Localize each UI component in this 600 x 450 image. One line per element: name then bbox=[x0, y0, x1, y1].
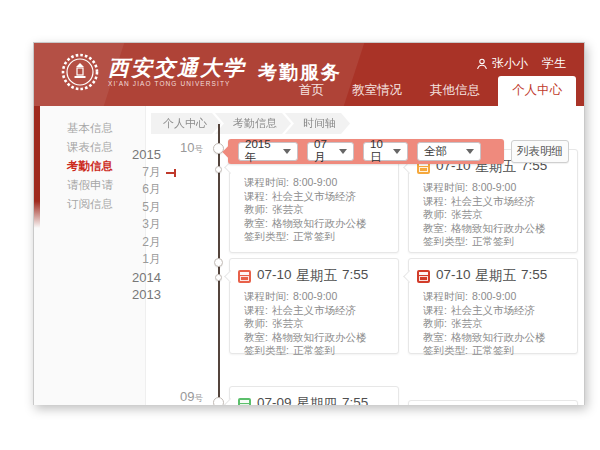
timeline-date-nav: 2015 7月 6月 5月 3月 2月 1月 2014 2013 bbox=[98, 146, 161, 304]
field-label: 课程时间: bbox=[244, 176, 289, 188]
field-value: 社会主义市场经济 bbox=[451, 304, 535, 316]
chevron-down-icon bbox=[466, 149, 474, 154]
card-date: 07-10 bbox=[257, 267, 292, 285]
card-weekday: 星期四 bbox=[297, 395, 338, 405]
card-fields: 课程时间:8:00-9:00 课程:社会主义市场经济 教师:张芸京 教室:格物致… bbox=[409, 179, 577, 249]
field-label: 课程时间: bbox=[244, 290, 289, 302]
field-teacher: 教师:张芸京 bbox=[244, 317, 392, 331]
field-value: 8:00-9:00 bbox=[472, 290, 516, 302]
list-detail-button[interactable]: 列表明细 bbox=[511, 140, 569, 163]
field-course: 课程:社会主义市场经济 bbox=[423, 195, 571, 209]
timeline-month-may[interactable]: 5月 bbox=[98, 199, 161, 217]
field-label: 教室: bbox=[244, 331, 268, 343]
field-label: 签到类型: bbox=[423, 235, 468, 247]
field-value: 社会主义市场经济 bbox=[272, 190, 356, 202]
field-label: 教师: bbox=[244, 203, 268, 215]
card-date: 07-10 bbox=[436, 267, 471, 285]
field-value: 正常签到 bbox=[293, 230, 335, 242]
field-course: 课程:社会主义市场经济 bbox=[244, 190, 392, 204]
field-label: 教师: bbox=[423, 317, 447, 329]
card-fields: 课程时间:8:00-9:00 课程:社会主义市场经济 教师:张芸京 教室:格物致… bbox=[230, 288, 398, 358]
month-dropdown[interactable]: 07月 bbox=[307, 142, 354, 161]
chevron-down-icon bbox=[283, 149, 291, 154]
timeline-month-label: 7月 bbox=[142, 165, 161, 179]
card-fields: 课程时间:8:00-9:00 课程:社会主义市场经济 教师:张芸京 教室:格物致… bbox=[409, 288, 577, 358]
field-value: 张芸京 bbox=[272, 203, 304, 215]
timeline-year-2013[interactable]: 2013 bbox=[98, 286, 161, 304]
nav-home[interactable]: 首页 bbox=[285, 76, 338, 106]
university-logo-icon bbox=[60, 52, 100, 92]
chevron-down-icon bbox=[339, 149, 347, 154]
card-date: 07-09 bbox=[257, 395, 292, 405]
field-value: 格物致知行政办公楼 bbox=[272, 217, 367, 229]
field-value: 8:00-9:00 bbox=[293, 290, 337, 302]
university-name: 西安交通大学 XI'AN JIAO TONG UNIVERSITY bbox=[108, 57, 246, 87]
field-value: 正常签到 bbox=[472, 235, 514, 247]
type-dropdown-value: 全部 bbox=[424, 144, 447, 159]
field-course-time: 课程时间:8:00-9:00 bbox=[423, 290, 571, 304]
attendance-card: 07-10星期五7:55 课程时间:8:00-9:00 课程:社会主义市场经济 … bbox=[408, 258, 578, 354]
field-label: 签到类型: bbox=[423, 344, 468, 356]
field-value: 8:00-9:00 bbox=[293, 176, 337, 188]
nav-personal-center-active[interactable]: 个人中心 bbox=[498, 76, 576, 106]
year-dropdown[interactable]: 2015年 bbox=[238, 142, 298, 161]
top-nav: 首页 教室情况 其他信息 个人中心 bbox=[285, 76, 576, 106]
timeline-month-jan[interactable]: 1月 bbox=[98, 251, 161, 269]
field-teacher: 教师:张芸京 bbox=[423, 317, 571, 331]
breadcrumb: 个人中心 考勤信息 时间轴 bbox=[151, 113, 350, 134]
field-label: 课程时间: bbox=[423, 181, 468, 193]
field-label: 课程时间: bbox=[423, 290, 468, 302]
timeline-node bbox=[213, 397, 224, 405]
timeline-month-feb[interactable]: 2月 bbox=[98, 234, 161, 252]
timeline-month-mar[interactable]: 3月 bbox=[98, 216, 161, 234]
day-marker-10: 10号 bbox=[180, 140, 203, 156]
field-value: 正常签到 bbox=[293, 344, 335, 356]
field-teacher: 教师:张芸京 bbox=[423, 208, 571, 222]
field-course: 课程:社会主义市场经济 bbox=[244, 304, 392, 318]
field-label: 课程: bbox=[244, 304, 268, 316]
timeline-year-2014[interactable]: 2014 bbox=[98, 269, 161, 287]
field-value: 张芸京 bbox=[272, 317, 304, 329]
field-course-time: 课程时间:8:00-9:00 bbox=[244, 290, 392, 304]
calendar-icon bbox=[238, 270, 251, 283]
card-time: 7:55 bbox=[521, 267, 547, 285]
type-dropdown[interactable]: 全部 bbox=[417, 142, 481, 161]
page-canvas: 西安交通大学 XI'AN JIAO TONG UNIVERSITY 考勤服务 张… bbox=[0, 0, 600, 450]
current-month-marker bbox=[166, 172, 174, 174]
field-label: 课程: bbox=[244, 190, 268, 202]
breadcrumb-timeline[interactable]: 时间轴 bbox=[285, 113, 350, 134]
field-value: 张芸京 bbox=[451, 317, 483, 329]
timeline-year-2015[interactable]: 2015 bbox=[98, 146, 161, 164]
field-value: 格物致知行政办公楼 bbox=[451, 331, 546, 343]
user-info[interactable]: 张小小 学生 bbox=[476, 55, 566, 72]
breadcrumb-personal-center[interactable]: 个人中心 bbox=[151, 113, 221, 134]
nav-classrooms[interactable]: 教室情况 bbox=[338, 76, 416, 106]
timeline-node bbox=[215, 274, 222, 281]
field-signin-type: 签到类型:正常签到 bbox=[423, 235, 571, 249]
calendar-icon bbox=[417, 270, 430, 283]
attendance-card: 07-10星期五7:55 课程时间:8:00-9:00 课程:社会主义市场经济 … bbox=[229, 258, 399, 354]
field-classroom: 教室:格物致知行政办公楼 bbox=[423, 331, 571, 345]
field-label: 课程: bbox=[423, 195, 447, 207]
timeline-month-jul-current[interactable]: 7月 bbox=[98, 164, 161, 182]
user-name: 张小小 bbox=[492, 55, 528, 72]
field-value: 张芸京 bbox=[451, 208, 483, 220]
field-classroom: 教室:格物致知行政办公楼 bbox=[244, 217, 392, 231]
timeline-month-jun[interactable]: 6月 bbox=[98, 181, 161, 199]
day-dropdown[interactable]: 10日 bbox=[363, 142, 408, 161]
card-header: 07-09星期四7:55 bbox=[230, 387, 398, 405]
sidebar-item-basic-info[interactable]: 基本信息 bbox=[38, 119, 142, 138]
person-icon bbox=[476, 58, 488, 70]
field-signin-type: 签到类型:正常签到 bbox=[244, 230, 392, 244]
field-label: 教室: bbox=[423, 331, 447, 343]
field-classroom: 教室:格物致知行政办公楼 bbox=[423, 222, 571, 236]
field-course: 课程:社会主义市场经济 bbox=[423, 304, 571, 318]
day-number: 10 bbox=[180, 140, 194, 155]
day-suffix: 号 bbox=[194, 144, 203, 154]
field-classroom: 教室:格物致知行政办公楼 bbox=[244, 331, 392, 345]
field-value: 正常签到 bbox=[472, 344, 514, 356]
chevron-down-icon bbox=[393, 149, 401, 154]
breadcrumb-attendance[interactable]: 考勤信息 bbox=[215, 113, 291, 134]
day-number: 09 bbox=[180, 389, 194, 404]
nav-other-info[interactable]: 其他信息 bbox=[416, 76, 494, 106]
